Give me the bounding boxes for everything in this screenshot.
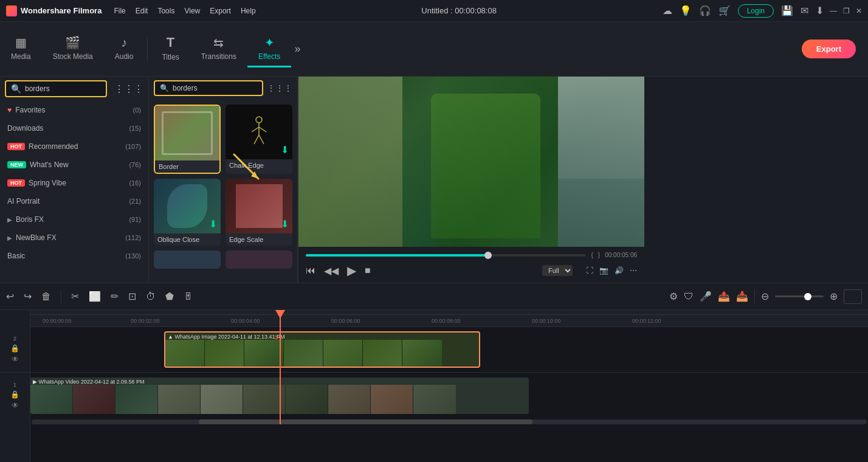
sidebar-item-downloads[interactable]: Downloads (15) (0, 119, 148, 137)
search-input[interactable] (25, 84, 101, 93)
tl-settings-icon[interactable]: ⚙ (669, 291, 678, 302)
download-icon: ⬇ (209, 218, 217, 230)
media-icon: ▦ (15, 35, 27, 50)
effects-icon: ✦ (264, 35, 275, 50)
tl-shield-icon[interactable]: 🛡 (684, 291, 694, 302)
effect-card-edge-scale[interactable]: ⬇ Edge Scale (226, 179, 292, 246)
svg-line-5 (254, 135, 259, 144)
tl-mic-icon[interactable]: 🎤 (700, 291, 712, 302)
cloud-icon[interactable]: ☁ (663, 5, 672, 16)
screenshot-icon[interactable]: 📷 (599, 266, 608, 275)
sidebar-item-count: (15) (129, 125, 141, 132)
stop-button[interactable]: ■ (365, 265, 371, 276)
download-icon[interactable]: ⬇ (816, 5, 824, 16)
crop-button[interactable]: ⬜ (89, 291, 101, 302)
cut-button[interactable]: ✂ (71, 291, 79, 302)
sidebar-item-whatsnew[interactable]: NEW What's New (76) (0, 156, 148, 174)
menu-export[interactable]: Export (210, 7, 231, 15)
playhead-line: ✂ (280, 327, 281, 424)
horizontal-scrollbar[interactable] (32, 419, 867, 424)
track2-label: 2 (13, 336, 16, 342)
zoom-in-button[interactable]: ⊕ (830, 291, 838, 302)
menu-help[interactable]: Help (241, 7, 256, 15)
zoom-out-button[interactable]: ⊖ (761, 291, 769, 302)
keyframe-button[interactable]: ⬟ (165, 291, 174, 302)
toolbar-stock-media[interactable]: 🎬 Stock Media (42, 30, 104, 67)
toolbar-transitions[interactable]: ⇆ Transitions (190, 30, 247, 67)
menu-file[interactable]: File (114, 7, 125, 15)
hot-badge: HOT (7, 143, 25, 150)
export-button[interactable]: Export (802, 40, 856, 58)
effect-card-partial-2[interactable] (226, 250, 292, 269)
grid-view-button[interactable]: ⋮⋮⋮ (114, 83, 143, 95)
progress-knob[interactable] (484, 252, 492, 259)
menu-tools[interactable]: Tools (157, 7, 174, 15)
toolbar-more-button[interactable]: » (294, 43, 300, 55)
sidebar-item-basic[interactable]: Basic (130) (0, 247, 148, 265)
toolbar-effects[interactable]: ✦ Effects (247, 30, 291, 67)
zoom-slider[interactable] (775, 295, 824, 297)
sidebar-item-favorites[interactable]: ♥ Favorites (0) (0, 101, 148, 119)
window-title: Untitled : 00:00:08:08 (256, 6, 663, 15)
transitions-icon: ⇆ (213, 35, 224, 50)
headset-icon[interactable]: 🎧 (699, 5, 711, 16)
sidebar-item-newblue-fx[interactable]: ▶ NewBlue FX (112) (0, 229, 148, 247)
fullscreen-icon[interactable]: ⛶ (586, 266, 593, 275)
delete-button[interactable]: 🗑 (41, 291, 51, 302)
vframe-9 (371, 385, 413, 414)
maximize-button[interactable]: ❐ (843, 7, 850, 15)
toolbar-audio[interactable]: ♪ Audio (104, 31, 145, 67)
track2-eye-icon[interactable]: 👁 (12, 355, 19, 364)
timeline-bracket-end: } (598, 252, 600, 258)
effects-search-input[interactable] (173, 84, 257, 92)
more-icon[interactable]: ⋯ (630, 266, 637, 275)
sidebar-item-boris-fx[interactable]: ▶ Boris FX (91) (0, 210, 148, 229)
undo-button[interactable]: ↩ (6, 291, 14, 302)
draw-button[interactable]: ✏ (111, 291, 119, 302)
track2-lock-icon[interactable]: 🔒 (10, 344, 19, 353)
tl-export-icon[interactable]: 📤 (718, 291, 730, 302)
close-button[interactable]: ✕ (856, 7, 862, 15)
sidebar-item-ai-portrait[interactable]: AI Portrait (21) (0, 192, 148, 210)
group-button[interactable]: ⊡ (128, 291, 136, 302)
vframe-5 (201, 385, 243, 414)
redo-button[interactable]: ↪ (24, 291, 32, 302)
rewind-button[interactable]: ⏮ (306, 265, 315, 276)
scrollbar-thumb[interactable] (199, 419, 533, 424)
quality-selector[interactable]: Full 1/2 1/4 (542, 265, 573, 276)
track1-lock-icon[interactable]: 🔒 (10, 390, 19, 399)
cart-icon[interactable]: 🛒 (718, 5, 731, 16)
bulb-icon[interactable]: 💡 (680, 5, 692, 16)
save-icon[interactable]: 💾 (781, 5, 793, 16)
effect-card-border[interactable]: Border (154, 105, 221, 174)
toolbar-separator (147, 37, 148, 61)
effect-card-oblique-close[interactable]: ⬇ Oblique Close (154, 179, 221, 246)
toolbar-media[interactable]: ▦ Media (0, 30, 42, 67)
progress-track[interactable] (306, 254, 586, 257)
timer-button[interactable]: ⏱ (146, 291, 156, 302)
effect-card-partial-1[interactable] (154, 250, 221, 269)
track1-eye-icon[interactable]: 👁 (12, 401, 19, 410)
preview-video (298, 77, 644, 247)
audio-button[interactable]: 🎚 (184, 291, 193, 302)
effects-grid-icon[interactable]: ⋮⋮⋮ (267, 83, 292, 93)
sidebar-item-spring-vibe[interactable]: HOT Spring Vibe (16) (0, 174, 148, 192)
toolbar-titles[interactable]: T Titles (151, 30, 190, 68)
play-button[interactable]: ▶ (347, 263, 356, 278)
sidebar-item-recommended[interactable]: HOT Recommended (107) (0, 137, 148, 156)
track2-clip[interactable]: ▲ WhatsApp Image 2022-04-11 at 12.13.41 … (164, 331, 480, 368)
vframe-2 (73, 385, 115, 414)
stock-media-icon: 🎬 (65, 35, 80, 50)
mail-icon[interactable]: ✉ (801, 5, 808, 16)
tl-import-icon[interactable]: 📥 (736, 291, 748, 302)
minimize-button[interactable]: — (830, 7, 837, 15)
login-button[interactable]: Login (738, 4, 774, 18)
step-back-button[interactable]: ◀◀ (324, 265, 339, 277)
window-controls: — ❐ ✕ (830, 7, 862, 15)
ts-2: 00:00:02:00 (131, 318, 160, 324)
menu-view[interactable]: View (184, 7, 200, 15)
menu-edit[interactable]: Edit (136, 7, 148, 15)
titles-label: Titles (162, 53, 179, 61)
zoom-knob[interactable] (804, 293, 811, 300)
volume-icon[interactable]: 🔊 (615, 266, 624, 275)
